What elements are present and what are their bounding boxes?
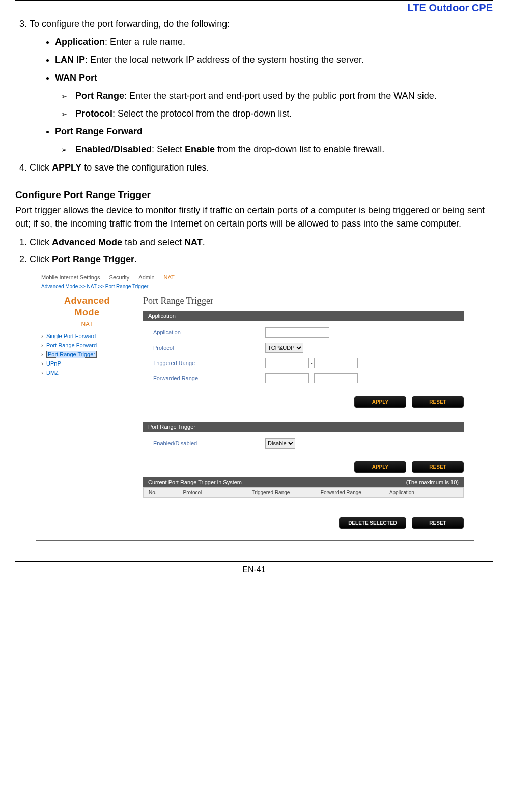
sidebar-item-dmz[interactable]: DMZ [41,368,133,377]
panel-application-head: Application [143,311,464,321]
table-head: Current Port Range Trigger in System (Th… [143,477,464,487]
bullet-port-range-forward: Port Range Forward Enabled/Disabled: Sel… [55,125,493,156]
input-triggered-end[interactable] [314,358,358,368]
select-enabled[interactable]: Disable [265,438,295,449]
input-forwarded-end[interactable] [314,373,358,383]
col-application: Application [389,490,458,495]
breadcrumb: Advanced Mode >> NAT >> Port Range Trigg… [36,282,474,291]
sidebar-item-single-port-forward[interactable]: Single Port Forward [41,331,133,341]
tab-admin[interactable]: Admin [138,274,154,281]
tab-nat[interactable]: NAT [164,274,175,281]
arrow-protocol: Protocol: Select the protocol from the d… [75,107,493,120]
document-title: LTE Outdoor CPE [15,2,493,14]
content-title: Port Range Trigger [143,296,464,306]
arrow-enabled: Enabled/Disabled: Select Enable from the… [75,143,493,156]
label-forwarded-range: Forwarded Range [143,375,265,381]
label-protocol: Protocol [143,345,265,351]
reset-button[interactable]: RESET [412,396,464,408]
bullet-lan-ip: LAN IP: Enter the local network IP addre… [55,53,493,66]
step-3: To configure the port forwarding, do the… [30,18,493,156]
sidebar-item-upnp[interactable]: UPnP [41,359,133,368]
select-protocol[interactable]: TCP&UDP [265,343,303,353]
tab-mobile-internet[interactable]: Mobile Internet Settings [41,274,100,281]
table-columns: No. Protocol Triggered Range Forwarded R… [143,487,464,498]
input-forwarded-start[interactable] [265,373,309,383]
col-protocol: Protocol [183,490,252,495]
apply-button[interactable]: APPLY [354,396,406,408]
reset-button-3[interactable]: RESET [412,517,464,529]
reset-button-2[interactable]: RESET [412,461,464,473]
sidebar-item-port-range-trigger[interactable]: Port Range Trigger [41,350,133,359]
trigger-step-1: Click Advanced Mode tab and select NAT. [30,236,493,249]
page-number: EN-41 [15,565,493,574]
sidebar-title: Advanced Mode [41,296,133,318]
col-triggered: Triggered Range [252,490,321,495]
trigger-paragraph: Port trigger allows the device to monito… [15,204,493,230]
input-triggered-start[interactable] [265,358,309,368]
section-heading: Configure Port Range Trigger [15,189,493,201]
panel-trigger-head: Port Range Trigger [143,422,464,432]
tab-security[interactable]: Security [109,274,130,281]
label-application: Application [143,329,265,335]
col-no: No. [149,490,183,495]
trigger-step-2: Click Port Range Trigger. [30,253,493,266]
label-enabled-disabled: Enabled/Disabled [143,440,265,446]
apply-button-2[interactable]: APPLY [354,461,406,473]
embedded-screenshot: Mobile Internet Settings Security Admin … [36,271,474,541]
step-4: Click APPLY to save the configuration ru… [30,161,493,174]
input-application[interactable] [265,327,329,338]
delete-selected-button[interactable]: DELETE SELECTED [339,517,406,529]
sidebar-nat-label: NAT [41,321,133,328]
tab-bar: Mobile Internet Settings Security Admin … [36,271,474,282]
bullet-wan-port: WAN Port Port Range: Enter the start-por… [55,72,493,121]
sidebar-item-port-range-forward[interactable]: Port Range Forward [41,341,133,350]
arrow-port-range: Port Range: Enter the start-port and end… [75,90,493,102]
range-separator: - [311,375,313,381]
bullet-application: Application: Enter a rule name. [55,36,493,48]
label-triggered-range: Triggered Range [143,360,265,366]
col-forwarded: Forwarded Range [321,490,389,495]
sidebar: Advanced Mode NAT Single Port Forward Po… [36,291,138,540]
range-separator: - [311,360,313,366]
